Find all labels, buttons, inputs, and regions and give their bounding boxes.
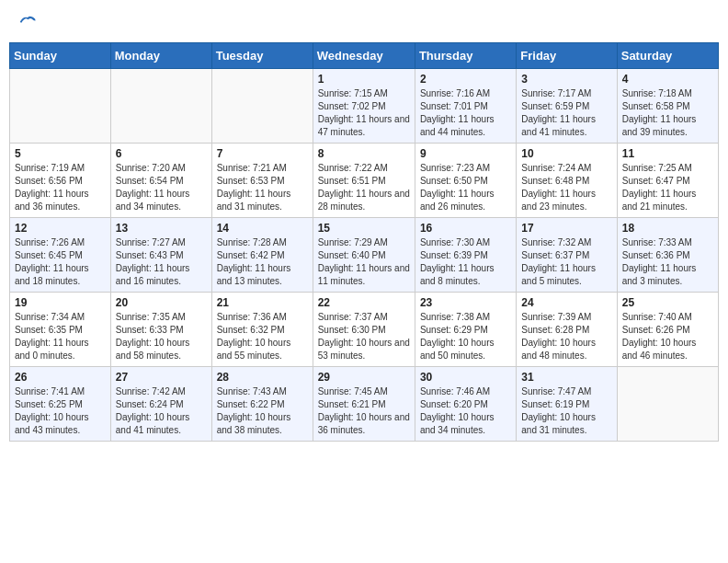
calendar-week-row: 26Sunrise: 7:41 AM Sunset: 6:25 PM Dayli… <box>10 367 719 442</box>
day-info: Sunrise: 7:26 AM Sunset: 6:45 PM Dayligh… <box>15 236 106 288</box>
day-number: 15 <box>318 222 410 235</box>
day-number: 16 <box>420 222 511 235</box>
day-info: Sunrise: 7:22 AM Sunset: 6:51 PM Dayligh… <box>318 162 410 213</box>
calendar-cell <box>211 69 313 144</box>
calendar-cell: 29Sunrise: 7:45 AM Sunset: 6:21 PM Dayli… <box>313 367 415 442</box>
day-info: Sunrise: 7:21 AM Sunset: 6:53 PM Dayligh… <box>217 162 308 213</box>
day-number: 28 <box>217 371 308 384</box>
calendar-cell: 10Sunrise: 7:24 AM Sunset: 6:48 PM Dayli… <box>517 144 617 218</box>
calendar-cell: 9Sunrise: 7:23 AM Sunset: 6:50 PM Daylig… <box>415 144 516 218</box>
calendar-cell <box>110 69 211 144</box>
calendar-cell: 28Sunrise: 7:43 AM Sunset: 6:22 PM Dayli… <box>211 367 313 442</box>
day-of-week-header: Friday <box>517 43 617 69</box>
day-of-week-header: Sunday <box>10 43 111 69</box>
calendar-cell: 21Sunrise: 7:36 AM Sunset: 6:32 PM Dayli… <box>211 293 313 367</box>
calendar-cell <box>617 367 718 442</box>
day-info: Sunrise: 7:24 AM Sunset: 6:48 PM Dayligh… <box>521 162 611 213</box>
calendar-cell: 6Sunrise: 7:20 AM Sunset: 6:54 PM Daylig… <box>110 144 211 218</box>
day-of-week-header: Monday <box>110 43 211 69</box>
day-info: Sunrise: 7:35 AM Sunset: 6:33 PM Dayligh… <box>116 311 207 362</box>
calendar-cell: 24Sunrise: 7:39 AM Sunset: 6:28 PM Dayli… <box>517 293 617 367</box>
calendar-week-row: 12Sunrise: 7:26 AM Sunset: 6:45 PM Dayli… <box>10 218 719 293</box>
calendar-week-row: 5Sunrise: 7:19 AM Sunset: 6:56 PM Daylig… <box>10 144 719 218</box>
day-number: 1 <box>318 73 410 86</box>
day-number: 24 <box>521 296 611 309</box>
calendar-cell: 2Sunrise: 7:16 AM Sunset: 7:01 PM Daylig… <box>415 69 516 144</box>
day-of-week-header: Wednesday <box>313 43 415 69</box>
day-info: Sunrise: 7:36 AM Sunset: 6:32 PM Dayligh… <box>217 311 308 362</box>
day-number: 12 <box>15 222 106 235</box>
day-info: Sunrise: 7:30 AM Sunset: 6:39 PM Dayligh… <box>420 236 511 288</box>
day-number: 19 <box>15 296 106 309</box>
day-info: Sunrise: 7:17 AM Sunset: 6:59 PM Dayligh… <box>521 87 611 139</box>
day-of-week-header: Thursday <box>415 43 516 69</box>
day-number: 5 <box>15 147 106 160</box>
day-number: 14 <box>217 222 308 235</box>
calendar-cell: 22Sunrise: 7:37 AM Sunset: 6:30 PM Dayli… <box>313 293 415 367</box>
day-info: Sunrise: 7:16 AM Sunset: 7:01 PM Dayligh… <box>420 87 511 139</box>
calendar-cell: 23Sunrise: 7:38 AM Sunset: 6:29 PM Dayli… <box>415 293 516 367</box>
logo-icon <box>18 13 37 31</box>
calendar-cell: 15Sunrise: 7:29 AM Sunset: 6:40 PM Dayli… <box>313 218 415 293</box>
calendar-cell: 19Sunrise: 7:34 AM Sunset: 6:35 PM Dayli… <box>10 293 111 367</box>
day-number: 18 <box>622 222 713 235</box>
day-number: 27 <box>116 371 207 384</box>
logo <box>17 13 37 31</box>
calendar-cell: 30Sunrise: 7:46 AM Sunset: 6:20 PM Dayli… <box>415 367 516 442</box>
calendar-cell: 26Sunrise: 7:41 AM Sunset: 6:25 PM Dayli… <box>10 367 111 442</box>
calendar-cell: 1Sunrise: 7:15 AM Sunset: 7:02 PM Daylig… <box>313 69 415 144</box>
day-number: 22 <box>318 296 410 309</box>
calendar-week-row: 19Sunrise: 7:34 AM Sunset: 6:35 PM Dayli… <box>10 293 719 367</box>
day-number: 2 <box>420 73 511 86</box>
calendar-cell: 8Sunrise: 7:22 AM Sunset: 6:51 PM Daylig… <box>313 144 415 218</box>
day-info: Sunrise: 7:45 AM Sunset: 6:21 PM Dayligh… <box>318 385 410 437</box>
page-header <box>9 9 719 35</box>
calendar-table: SundayMondayTuesdayWednesdayThursdayFrid… <box>9 42 719 442</box>
day-number: 10 <box>521 147 611 160</box>
day-number: 11 <box>622 147 713 160</box>
calendar-cell: 12Sunrise: 7:26 AM Sunset: 6:45 PM Dayli… <box>10 218 111 293</box>
day-info: Sunrise: 7:32 AM Sunset: 6:37 PM Dayligh… <box>521 236 611 288</box>
day-info: Sunrise: 7:39 AM Sunset: 6:28 PM Dayligh… <box>521 311 611 362</box>
day-number: 30 <box>420 371 511 384</box>
calendar-cell: 31Sunrise: 7:47 AM Sunset: 6:19 PM Dayli… <box>517 367 617 442</box>
day-info: Sunrise: 7:20 AM Sunset: 6:54 PM Dayligh… <box>116 162 207 213</box>
day-info: Sunrise: 7:19 AM Sunset: 6:56 PM Dayligh… <box>15 162 106 213</box>
day-info: Sunrise: 7:28 AM Sunset: 6:42 PM Dayligh… <box>217 236 308 288</box>
calendar-week-row: 1Sunrise: 7:15 AM Sunset: 7:02 PM Daylig… <box>10 69 719 144</box>
day-info: Sunrise: 7:38 AM Sunset: 6:29 PM Dayligh… <box>420 311 511 362</box>
calendar-cell: 5Sunrise: 7:19 AM Sunset: 6:56 PM Daylig… <box>10 144 111 218</box>
calendar-cell <box>10 69 111 144</box>
day-info: Sunrise: 7:37 AM Sunset: 6:30 PM Dayligh… <box>318 311 410 362</box>
day-number: 9 <box>420 147 511 160</box>
day-info: Sunrise: 7:34 AM Sunset: 6:35 PM Dayligh… <box>15 311 106 362</box>
day-info: Sunrise: 7:41 AM Sunset: 6:25 PM Dayligh… <box>15 385 106 437</box>
calendar-cell: 27Sunrise: 7:42 AM Sunset: 6:24 PM Dayli… <box>110 367 211 442</box>
day-number: 21 <box>217 296 308 309</box>
calendar-cell: 7Sunrise: 7:21 AM Sunset: 6:53 PM Daylig… <box>211 144 313 218</box>
day-info: Sunrise: 7:25 AM Sunset: 6:47 PM Dayligh… <box>622 162 713 213</box>
calendar-cell: 25Sunrise: 7:40 AM Sunset: 6:26 PM Dayli… <box>617 293 718 367</box>
day-info: Sunrise: 7:18 AM Sunset: 6:58 PM Dayligh… <box>622 87 713 139</box>
day-info: Sunrise: 7:15 AM Sunset: 7:02 PM Dayligh… <box>318 87 410 139</box>
calendar-cell: 3Sunrise: 7:17 AM Sunset: 6:59 PM Daylig… <box>517 69 617 144</box>
day-number: 23 <box>420 296 511 309</box>
day-number: 8 <box>318 147 410 160</box>
day-info: Sunrise: 7:43 AM Sunset: 6:22 PM Dayligh… <box>217 385 308 437</box>
calendar-cell: 20Sunrise: 7:35 AM Sunset: 6:33 PM Dayli… <box>110 293 211 367</box>
day-number: 31 <box>521 371 611 384</box>
calendar-cell: 17Sunrise: 7:32 AM Sunset: 6:37 PM Dayli… <box>517 218 617 293</box>
day-number: 13 <box>116 222 207 235</box>
day-info: Sunrise: 7:33 AM Sunset: 6:36 PM Dayligh… <box>622 236 713 288</box>
calendar-cell: 16Sunrise: 7:30 AM Sunset: 6:39 PM Dayli… <box>415 218 516 293</box>
day-number: 26 <box>15 371 106 384</box>
calendar-cell: 18Sunrise: 7:33 AM Sunset: 6:36 PM Dayli… <box>617 218 718 293</box>
calendar-cell: 11Sunrise: 7:25 AM Sunset: 6:47 PM Dayli… <box>617 144 718 218</box>
day-number: 3 <box>521 73 611 86</box>
calendar-header-row: SundayMondayTuesdayWednesdayThursdayFrid… <box>10 43 719 69</box>
calendar-cell: 4Sunrise: 7:18 AM Sunset: 6:58 PM Daylig… <box>617 69 718 144</box>
calendar-cell: 14Sunrise: 7:28 AM Sunset: 6:42 PM Dayli… <box>211 218 313 293</box>
day-info: Sunrise: 7:40 AM Sunset: 6:26 PM Dayligh… <box>622 311 713 362</box>
day-info: Sunrise: 7:42 AM Sunset: 6:24 PM Dayligh… <box>116 385 207 437</box>
calendar-cell: 13Sunrise: 7:27 AM Sunset: 6:43 PM Dayli… <box>110 218 211 293</box>
